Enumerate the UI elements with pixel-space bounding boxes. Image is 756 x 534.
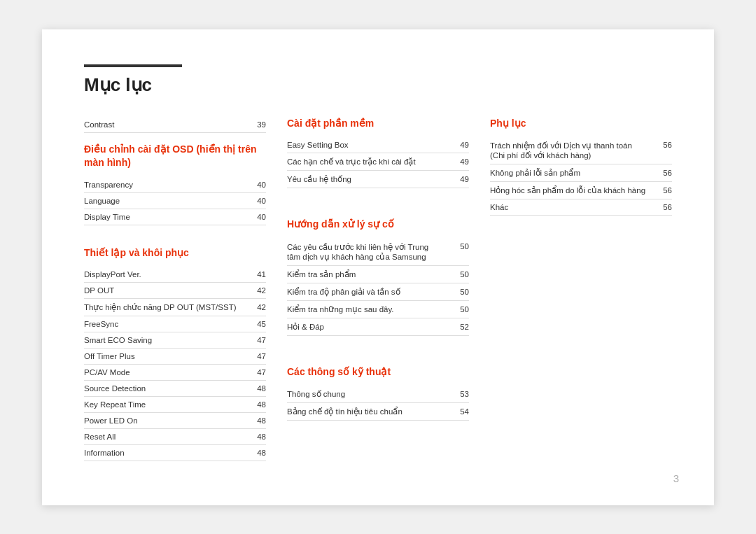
toc-label: Kiểm tra sản phẩm	[287, 269, 449, 279]
toc-label: Transparency	[84, 181, 246, 189]
toc-row: Bảng chế độ tín hiệu tiêu chuẩn 54	[287, 403, 469, 421]
top-item-label: Contrast	[84, 120, 114, 129]
toc-page: 41	[246, 270, 266, 279]
toc-label: Trách nhiệm đối với Dịch vụ thanh toán (…	[490, 141, 652, 160]
toc-row: Khác 56	[490, 199, 672, 216]
toc-label: FreeSync	[84, 320, 246, 328]
toc-label: Power LED On	[84, 416, 246, 425]
toc-page: 56	[652, 203, 672, 211]
page-number: 3	[673, 472, 679, 484]
toc-row: PC/AV Mode 47	[84, 365, 266, 381]
toc-page: 48	[246, 433, 266, 441]
toc-row: Kiểm tra những mục sau đây. 50	[287, 301, 469, 318]
toc-row: FreeSync 45	[84, 316, 266, 332]
section-heading-osd: Điều chỉnh cài đặt OSD (hiển thị trên mà…	[84, 143, 266, 170]
toc-page: 56	[652, 169, 672, 177]
toc-label: Information	[84, 449, 246, 457]
toc-page: 56	[652, 186, 672, 195]
toc-row: Display Time 40	[84, 209, 266, 225]
toc-label: Hỏi & Đáp	[287, 322, 449, 332]
toc-label: Khác	[490, 203, 652, 211]
toc-row: Power LED On 48	[84, 413, 266, 429]
toc-page: 40	[246, 213, 266, 221]
page: Mục lục Contrast 39 Điều chỉnh cài đặt O…	[42, 29, 714, 505]
section-heading-software: Cài đặt phần mềm	[287, 117, 469, 131]
toc-label: Off Timer Plus	[84, 352, 246, 360]
toc-page: 48	[246, 384, 266, 393]
toc-page: 50	[449, 242, 469, 262]
toc-label: Không phải lỗi sản phẩm	[490, 168, 652, 178]
page-title: Mục lục	[84, 74, 672, 96]
toc-label: Kiểm tra những mục sau đây.	[287, 304, 449, 314]
toc-row: Information 48	[84, 445, 266, 461]
section-heading-setup: Thiết lập và khôi phục	[84, 246, 266, 260]
section-heading-troubleshoot: Hướng dẫn xử lý sự cố	[287, 218, 469, 232]
toc-row-multiline: Các yêu cầu trước khi liên hệ với Trung …	[287, 239, 469, 266]
toc-row: Hỏi & Đáp 52	[287, 318, 469, 336]
toc-row: Thực hiện chức năng DP OUT (MST/SST) 42	[84, 299, 266, 316]
toc-page: 48	[246, 416, 266, 425]
toc-page: 48	[246, 400, 266, 409]
toc-label: Các yêu cầu trước khi liên hệ với Trung …	[287, 242, 449, 262]
toc-page: 49	[449, 141, 469, 149]
columns: Contrast 39 Điều chỉnh cài đặt OSD (hiển…	[84, 117, 672, 462]
toc-label: PC/AV Mode	[84, 368, 246, 377]
toc-page: 50	[449, 305, 469, 314]
toc-row: Off Timer Plus 47	[84, 349, 266, 365]
toc-page: 50	[449, 270, 469, 279]
toc-page: 49	[449, 157, 469, 166]
toc-page: 40	[246, 197, 266, 205]
toc-label: Display Time	[84, 213, 246, 221]
toc-row: Transparency 40	[84, 177, 266, 193]
toc-page: 47	[246, 352, 266, 360]
toc-row: Kiểm tra độ phân giải và tần số 50	[287, 283, 469, 301]
toc-page: 53	[449, 390, 469, 398]
toc-page: 52	[449, 323, 469, 331]
toc-row: Easy Setting Box 49	[287, 137, 469, 153]
toc-label: Hỏng hóc sản phẩm do lỗi của khách hàng	[490, 185, 652, 195]
toc-page: 47	[246, 368, 266, 377]
toc-row: Các hạn chế và trục trặc khi cài đặt 49	[287, 153, 469, 171]
toc-row: Không phải lỗi sản phẩm 56	[490, 164, 672, 182]
toc-label: Language	[84, 197, 246, 205]
toc-label: Smart ECO Saving	[84, 336, 246, 344]
toc-page: 48	[246, 449, 266, 457]
column-3: Phụ lục Trách nhiệm đối với Dịch vụ than…	[490, 117, 672, 216]
toc-page: 49	[449, 175, 469, 183]
toc-page: 42	[246, 286, 266, 295]
toc-label: Kiểm tra độ phân giải và tần số	[287, 287, 449, 297]
toc-page: 45	[246, 320, 266, 328]
toc-label: DisplayPort Ver.	[84, 270, 246, 279]
column-1: Contrast 39 Điều chỉnh cài đặt OSD (hiển…	[84, 117, 287, 462]
toc-page: 50	[449, 288, 469, 296]
toc-page: 47	[246, 336, 266, 344]
toc-label: DP OUT	[84, 286, 246, 295]
section-troubleshoot-items: Các yêu cầu trước khi liên hệ với Trung …	[287, 239, 469, 336]
toc-label: Source Detection	[84, 384, 246, 393]
toc-page: 56	[652, 141, 672, 160]
toc-page: 42	[246, 303, 266, 311]
toc-page: 54	[449, 407, 469, 416]
title-bar	[84, 64, 182, 67]
section-setup-items: DisplayPort Ver. 41 DP OUT 42 Thực hiện …	[84, 267, 266, 461]
toc-row: Source Detection 48	[84, 381, 266, 397]
section-heading-specs: Các thông số kỹ thuật	[287, 365, 469, 379]
toc-label: Các hạn chế và trục trặc khi cài đặt	[287, 157, 449, 167]
toc-page: 40	[246, 181, 266, 189]
toc-row: DP OUT 42	[84, 283, 266, 299]
section-specs-items: Thông số chung 53 Bảng chế độ tín hiệu t…	[287, 386, 469, 421]
toc-row-multiline: Trách nhiệm đối với Dịch vụ thanh toán (…	[490, 137, 672, 164]
toc-row: Kiểm tra sản phẩm 50	[287, 266, 469, 283]
toc-row: DisplayPort Ver. 41	[84, 267, 266, 283]
toc-row: Smart ECO Saving 47	[84, 332, 266, 349]
toc-row: Language 40	[84, 193, 266, 209]
toc-label: Thông số chung	[287, 389, 449, 399]
toc-row: Key Repeat Time 48	[84, 397, 266, 413]
top-item-page: 39	[257, 120, 266, 129]
toc-label: Key Repeat Time	[84, 400, 246, 409]
top-item-contrast: Contrast 39	[84, 117, 266, 133]
toc-label: Thực hiện chức năng DP OUT (MST/SST)	[84, 302, 246, 312]
section-heading-appendix: Phụ lục	[490, 117, 672, 131]
toc-label: Reset All	[84, 433, 246, 441]
toc-row: Reset All 48	[84, 429, 266, 445]
